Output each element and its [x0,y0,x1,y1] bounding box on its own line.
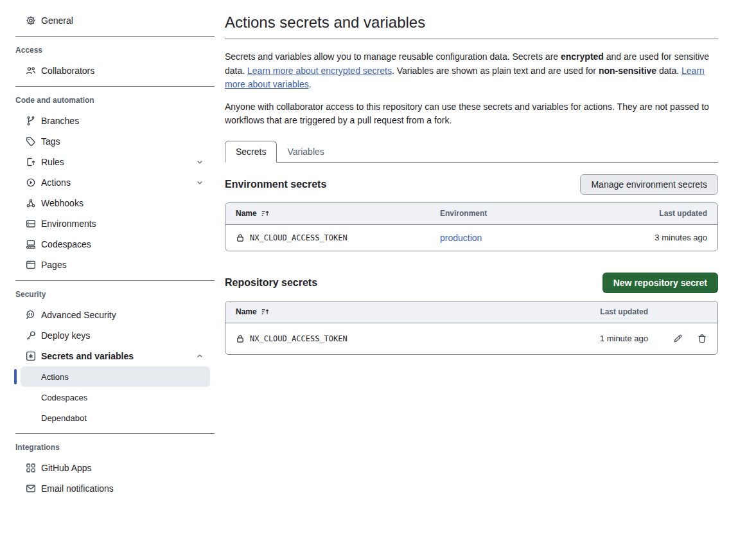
sidebar-item-secrets-and-variables[interactable]: Secrets and variables [0,346,215,366]
browser-icon [26,260,36,270]
sidebar-item-actions[interactable]: Actions [0,172,215,193]
sidebar-subitem-dependabot[interactable]: Dependabot [21,408,210,428]
chevron-down-icon [196,179,204,186]
intro-paragraph-1: Secrets and variables allow you to manag… [225,50,718,92]
sidebar-item-label: Rules [41,157,64,167]
sidebar-item-label: Tags [41,136,60,147]
sidebar-item-label: Branches [41,116,79,126]
play-circle-icon [26,177,36,188]
learn-more-encrypted-secrets-link[interactable]: Learn more about encrypted secrets [247,66,392,76]
environment-secrets-heading: Environment secrets [225,179,326,190]
intro-bold-encrypted: encrypted [561,51,604,62]
sort-ascending-icon[interactable] [261,307,270,316]
sidebar-item-tags[interactable]: Tags [0,131,215,152]
sidebar-divider [15,280,215,281]
new-repository-secret-button[interactable]: New repository secret [602,273,718,293]
settings-sidebar: General Access Collaborators Code and au… [0,0,215,499]
sort-ascending-icon[interactable] [261,209,270,218]
column-header-last-updated: Last updated [598,209,707,218]
repository-secrets-heading: Repository secrets [225,277,317,289]
intro-text-segment: data. [656,66,681,76]
sidebar-item-environments[interactable]: Environments [0,213,215,234]
environment-secrets-table-header: Name Environment Last updated [225,203,717,224]
sidebar-subitem-codespaces[interactable]: Codespaces [21,387,210,408]
sidebar-section-security: Security [15,290,200,299]
last-updated-cell: 3 minutes ago [598,233,707,242]
sidebar-section-integrations: Integrations [15,443,200,452]
sidebar-item-codespaces[interactable]: Codespaces [0,234,215,255]
sidebar-item-label: Dependabot [41,413,87,423]
sidebar-divider [15,86,215,87]
sidebar-item-label: Collaborators [41,66,94,76]
row-actions [648,334,707,344]
sidebar-item-label: Webhooks [41,198,84,208]
git-branch-icon [26,116,36,126]
secret-name: NX_CLOUD_ACCESS_TOKEN [250,334,347,343]
sidebar-item-deploy-keys[interactable]: Deploy keys [0,325,215,346]
sidebar-section-access: Access [15,46,200,55]
page-title: Actions secrets and variables [225,13,718,31]
chevron-down-icon [196,158,204,166]
sidebar-item-label: GitHub Apps [41,463,92,473]
people-icon [26,66,36,76]
intro-text-segment: Secrets and variables allow you to manag… [225,51,561,62]
sidebar-item-label: Codespaces [41,239,91,249]
column-header-name-label: Name [236,307,257,316]
sidebar-subitem-actions[interactable]: Actions [21,366,210,387]
lock-icon [236,334,245,343]
last-updated-cell: 1 minute ago [545,334,648,343]
sidebar-item-label: Pages [41,260,67,270]
environment-link[interactable]: production [440,233,482,243]
chevron-up-icon [196,352,204,360]
column-header-name: Name [236,307,545,316]
sidebar-item-label: Codespaces [41,393,87,402]
sidebar-item-webhooks[interactable]: Webhooks [0,193,215,213]
intro-text: Secrets and variables allow you to manag… [225,50,718,128]
lock-icon [236,233,245,242]
sidebar-item-label: Advanced Security [41,310,116,320]
key-icon [26,330,36,341]
edit-pencil-icon[interactable] [672,334,683,344]
repository-secrets-table-header: Name Last updated [225,301,717,323]
repository-secret-row: NX_CLOUD_ACCESS_TOKEN 1 minute ago [225,323,717,354]
intro-bold-non-sensitive: non-sensitive [599,66,656,76]
sidebar-item-pages[interactable]: Pages [0,255,215,275]
sidebar-item-label: Email notifications [41,483,114,494]
tab-secrets[interactable]: Secrets [225,141,277,163]
secret-name-cell: NX_CLOUD_ACCESS_TOKEN [236,233,440,242]
tab-variables[interactable]: Variables [277,141,334,162]
sidebar-item-label: General [41,15,73,26]
sidebar-item-label: Actions [41,372,69,382]
repository-secrets-header: Repository secrets New repository secret [225,273,718,293]
codescan-icon [26,310,36,320]
mail-icon [26,483,36,494]
sidebar-item-label: Deploy keys [41,330,90,341]
codespaces-icon [26,239,36,249]
title-divider [225,39,718,39]
tag-icon [26,136,36,147]
environment-secrets-header: Environment secrets Manage environment s… [225,174,718,195]
sidebar-item-advanced-security[interactable]: Advanced Security [0,305,215,325]
environment-secrets-table: Name Environment Last updated NX_CLOUD_A… [225,202,718,251]
sidebar-item-github-apps[interactable]: GitHub Apps [0,458,215,478]
sidebar-divider [15,36,215,37]
sidebar-item-email-notifications[interactable]: Email notifications [0,478,215,499]
environment-secret-row: NX_CLOUD_ACCESS_TOKEN production 3 minut… [225,224,717,251]
column-header-environment: Environment [440,209,598,218]
sidebar-item-rules[interactable]: Rules [0,152,215,172]
apps-grid-icon [26,463,36,473]
intro-paragraph-2: Anyone with collaborator access to this … [225,100,718,128]
rules-icon [26,157,36,167]
column-header-name: Name [236,209,440,218]
manage-environment-secrets-button[interactable]: Manage environment secrets [580,174,718,195]
sidebar-item-collaborators[interactable]: Collaborators [0,60,215,81]
intro-text-segment: . [309,79,312,89]
delete-trash-icon[interactable] [697,334,707,344]
column-header-name-label: Name [236,209,257,218]
sidebar-item-general[interactable]: General [0,10,215,31]
server-icon [26,219,36,229]
gear-icon [26,15,36,26]
secret-name-cell: NX_CLOUD_ACCESS_TOKEN [236,334,545,343]
sidebar-item-branches[interactable]: Branches [0,111,215,131]
webhook-icon [26,198,36,208]
